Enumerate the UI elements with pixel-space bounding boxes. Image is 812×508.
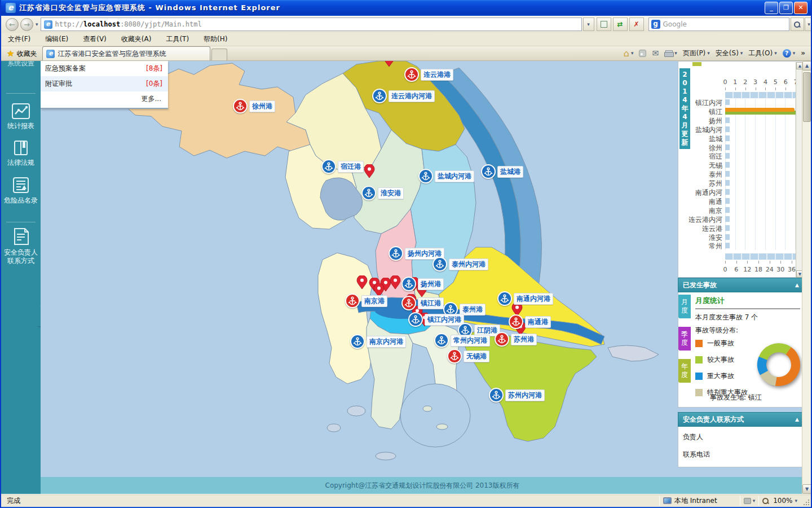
port-marker-泰州内河港[interactable]: 泰州内河港 [433,257,488,271]
accident-location: 事故发生地: 镇江 [710,393,762,402]
bottom-axis-tick: 36 [788,266,796,273]
accident-pin-icon[interactable] [383,61,395,69]
scroll-down-icon[interactable]: ▼ [802,484,811,494]
port-marker-镇江内河港[interactable]: 镇江内河港 [408,312,464,327]
favorites-label: 收藏夹 [16,49,37,59]
chart-icon [11,103,30,120]
tab-月度[interactable]: 月度 [678,295,691,318]
favorites-button[interactable]: ★ 收藏夹 [1,47,42,60]
port-marker-镇江港[interactable]: 镇江港 [401,296,444,310]
quick-row-emergency-plan[interactable]: 应急预案备案 [8条] [41,61,168,76]
status-bar: 完成 本地 Intranet ▾ 100% ▾ [1,494,811,507]
feeds-button[interactable] [639,50,646,57]
left-sidebar: 系统设置 统计报表 法律法规 [1,61,41,494]
collapse-arrow-icon[interactable]: ▲ [795,282,799,288]
back-button[interactable]: ← [6,18,19,31]
port-marker-连云港港[interactable]: 连云港港 [404,67,453,82]
port-marker-常州内河港[interactable]: 常州内河港 [434,333,490,348]
nav-history-dropdown-icon[interactable]: ▾ [36,21,38,27]
port-marker-盐城港[interactable]: 盐城港 [481,164,523,179]
port-marker-连云港内河港[interactable]: 连云港内河港 [372,89,435,103]
scroll-up-icon[interactable]: ▲ [802,61,811,71]
accident-pin-icon[interactable] [364,164,375,181]
chart-category-row-南通: 南通 [678,196,805,205]
protected-mode-button[interactable]: ▾ [744,498,756,504]
chart-category-row-无锡: 无锡 [678,160,805,169]
tab-年度[interactable]: 年度 [678,359,691,383]
page-icon: e [44,20,52,29]
restore-button[interactable]: ❐ [779,2,793,14]
port-marker-盐城内河港[interactable]: 盐城内河港 [418,169,474,183]
accident-pin-icon[interactable] [356,275,368,292]
bottom-axis-tick: 0 [723,266,727,273]
port-marker-苏州港[interactable]: 苏州港 [495,332,537,347]
scroll-thumb[interactable] [803,72,811,122]
menu-item-查看(V)[interactable]: 查看(V) [83,34,107,44]
anchor-icon [401,296,416,310]
print-button[interactable]: ▾ [664,50,677,56]
sidebar-item-statistics[interactable]: 统计报表 [1,103,41,130]
port-marker-苏州内河港[interactable]: 苏州内河港 [489,388,545,402]
port-marker-南京港[interactable]: 南京港 [345,294,387,308]
port-marker-徐州港[interactable]: 徐州港 [233,99,275,113]
tab-季度[interactable]: 季度 [678,327,691,351]
top-axis-tick: 0 [723,78,727,86]
tab-active[interactable]: e 江苏省港口安全监管与应急管理系统 [42,46,210,60]
search-go-button[interactable] [791,17,804,31]
sidebar-item-laws[interactable]: 法律法规 [1,139,41,167]
new-tab-button[interactable] [211,49,227,60]
menu-item-编辑(E)[interactable]: 编辑(E) [45,34,68,44]
search-options-button[interactable]: ▾ [805,17,812,31]
bottom-axis-tick: 6 [734,266,738,273]
menu-item-文件(F)[interactable]: 文件(F) [8,34,30,44]
more-link[interactable]: 更多... [41,91,168,108]
port-marker-南京内河港[interactable]: 南京内河港 [350,334,406,349]
window-title: 江苏省港口安全监管与应急管理系统 - Windows Internet Expl… [19,3,280,13]
home-icon: ⌂ [624,48,629,59]
menu-bar: 文件(F)编辑(E)查看(V)收藏夹(A)工具(T)帮助(H) [1,33,811,46]
port-label: 盐城港 [497,166,523,178]
resize-grip[interactable] [803,499,810,506]
safety-menu-button[interactable]: 安全(S)▾ [716,49,743,58]
favorites-star-icon: ★ [7,49,14,59]
quick-row-certificate-approval[interactable]: 附证审批 [0条] [41,76,168,91]
home-button[interactable]: ⌂▾ [624,48,634,59]
port-marker-宿迁港[interactable]: 宿迁港 [321,159,364,174]
close-button[interactable]: ✕ [794,2,807,14]
menu-item-工具(T)[interactable]: 工具(T) [166,34,189,44]
refresh-button[interactable]: ⇄ [613,17,628,31]
port-label: 泰州内河港 [449,259,488,270]
help-button[interactable]: ?▾ [783,49,796,58]
address-dropdown-button[interactable]: ▾ [583,17,594,31]
port-marker-淮安港[interactable]: 淮安港 [361,186,404,200]
sidebar-item-hazardous-list[interactable]: 危险品名录 [1,176,41,205]
tools-menu-button[interactable]: 工具(O)▾ [748,49,776,58]
contact-panel-header[interactable]: 安全负责人联系方式 ▲ [678,412,804,427]
port-marker-南通内河港[interactable]: 南通内河港 [497,291,553,306]
google-logo-icon: g [651,20,660,29]
anchor-icon [345,294,360,308]
sidebar-item-safety-contacts[interactable]: 安全负责人 联系方式 [1,227,41,265]
accident-panel-header[interactable]: 已发生事故 ▲ [678,278,804,292]
anchor-icon [321,159,336,174]
port-marker-扬州港[interactable]: 扬州港 [401,277,444,291]
port-marker-南通港[interactable]: 南通港 [509,314,551,329]
menu-item-收藏夹(A)[interactable]: 收藏夹(A) [121,34,152,44]
scrolled-chart-fragment [692,62,701,66]
read-mail-button[interactable]: ✉ [652,49,659,58]
page-scrollbar[interactable]: ▲ ▼ [802,61,811,494]
port-marker-无锡港[interactable]: 无锡港 [447,349,489,364]
search-input[interactable]: g Google [648,17,789,31]
forward-button[interactable]: → [20,18,33,31]
menu-item-帮助(H)[interactable]: 帮助(H) [204,34,227,44]
chevron-overflow-icon[interactable]: » [801,49,805,57]
collapse-arrow-icon[interactable]: ▲ [795,417,799,422]
minimize-button[interactable]: _ [765,2,778,14]
compatibility-view-button[interactable] [597,17,611,31]
sidebar-item-system-settings[interactable]: 系统设置 [1,61,41,68]
contact-panel: 安全负责人联系方式 ▲ 负责人 联系电话 [678,412,804,467]
page-menu-button[interactable]: 页面(P)▾ [683,49,710,58]
accident-pin-icon[interactable] [390,275,401,292]
stop-button[interactable]: ✗ [629,17,644,31]
address-input[interactable]: e http://localhost:8080/yjpt/Main.html [41,17,582,31]
